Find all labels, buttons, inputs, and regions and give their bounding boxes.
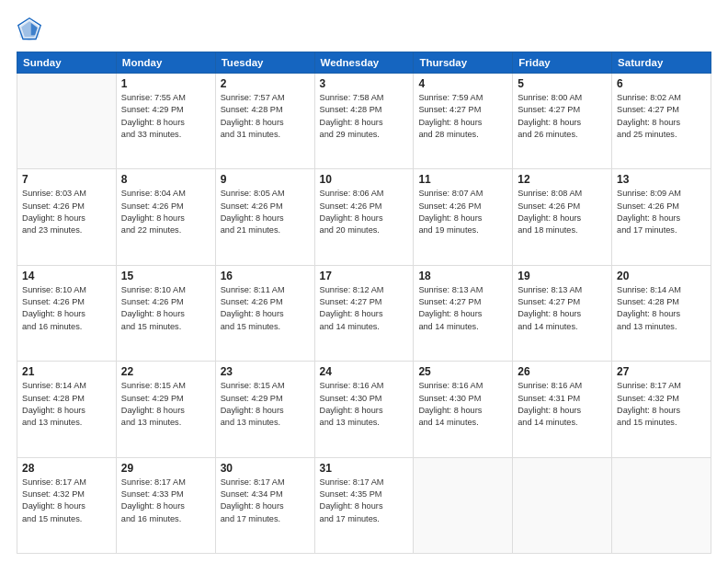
day-info: Sunrise: 8:09 AMSunset: 4:26 PMDaylight:… — [617, 188, 706, 236]
calendar-cell: 17Sunrise: 8:12 AMSunset: 4:27 PMDayligh… — [314, 265, 414, 361]
day-number: 1 — [121, 77, 210, 90]
calendar-cell: 23Sunrise: 8:15 AMSunset: 4:29 PMDayligh… — [215, 362, 314, 457]
calendar-cell — [612, 457, 711, 553]
calendar-cell: 18Sunrise: 8:13 AMSunset: 4:27 PMDayligh… — [414, 265, 513, 361]
day-info: Sunrise: 8:15 AMSunset: 4:29 PMDaylight:… — [121, 380, 210, 429]
calendar-cell: 12Sunrise: 8:08 AMSunset: 4:26 PMDayligh… — [513, 169, 612, 265]
day-number: 23 — [221, 365, 310, 378]
col-header-tuesday: Tuesday — [215, 52, 314, 74]
col-header-monday: Monday — [116, 52, 215, 74]
col-header-wednesday: Wednesday — [314, 52, 414, 74]
page: SundayMondayTuesdayWednesdayThursdayFrid… — [0, 0, 728, 563]
day-number: 30 — [221, 462, 310, 475]
day-number: 31 — [320, 462, 409, 475]
calendar-table: SundayMondayTuesdayWednesdayThursdayFrid… — [17, 52, 711, 554]
calendar-cell: 9Sunrise: 8:05 AMSunset: 4:26 PMDaylight… — [215, 169, 314, 265]
day-number: 4 — [418, 77, 507, 90]
day-info: Sunrise: 8:17 AMSunset: 4:32 PMDaylight:… — [617, 380, 706, 429]
calendar-week-4: 21Sunrise: 8:14 AMSunset: 4:28 PMDayligh… — [17, 362, 711, 457]
calendar-cell: 31Sunrise: 8:17 AMSunset: 4:35 PMDayligh… — [314, 457, 414, 553]
day-number: 7 — [22, 173, 111, 186]
day-info: Sunrise: 8:00 AMSunset: 4:27 PMDaylight:… — [518, 92, 607, 141]
header — [17, 17, 711, 42]
calendar-cell: 30Sunrise: 8:17 AMSunset: 4:34 PMDayligh… — [215, 457, 314, 553]
calendar-cell: 24Sunrise: 8:16 AMSunset: 4:30 PMDayligh… — [314, 362, 414, 457]
calendar-week-3: 14Sunrise: 8:10 AMSunset: 4:26 PMDayligh… — [17, 265, 711, 361]
day-info: Sunrise: 8:16 AMSunset: 4:31 PMDaylight:… — [518, 380, 607, 429]
day-info: Sunrise: 7:59 AMSunset: 4:27 PMDaylight:… — [418, 92, 507, 141]
day-number: 24 — [320, 365, 409, 378]
calendar-cell: 22Sunrise: 8:15 AMSunset: 4:29 PMDayligh… — [116, 362, 215, 457]
logo — [17, 17, 46, 42]
calendar-cell: 14Sunrise: 8:10 AMSunset: 4:26 PMDayligh… — [17, 265, 117, 361]
day-number: 25 — [418, 365, 507, 378]
calendar-cell: 11Sunrise: 8:07 AMSunset: 4:26 PMDayligh… — [414, 169, 513, 265]
calendar-cell: 1Sunrise: 7:55 AMSunset: 4:29 PMDaylight… — [116, 74, 215, 169]
day-number: 5 — [518, 77, 607, 90]
calendar-cell: 29Sunrise: 8:17 AMSunset: 4:33 PMDayligh… — [116, 457, 215, 553]
day-number: 20 — [617, 270, 706, 282]
day-info: Sunrise: 7:57 AMSunset: 4:28 PMDaylight:… — [221, 92, 310, 141]
day-info: Sunrise: 8:04 AMSunset: 4:26 PMDaylight:… — [121, 188, 210, 236]
day-number: 2 — [221, 77, 310, 90]
day-info: Sunrise: 8:14 AMSunset: 4:28 PMDaylight:… — [617, 284, 706, 333]
day-info: Sunrise: 8:15 AMSunset: 4:29 PMDaylight:… — [221, 380, 310, 429]
day-info: Sunrise: 8:07 AMSunset: 4:26 PMDaylight:… — [418, 188, 507, 236]
day-info: Sunrise: 8:17 AMSunset: 4:34 PMDaylight:… — [221, 477, 310, 525]
day-info: Sunrise: 7:58 AMSunset: 4:28 PMDaylight:… — [320, 92, 409, 141]
day-number: 13 — [617, 173, 706, 186]
day-number: 19 — [518, 270, 607, 282]
calendar-cell: 16Sunrise: 8:11 AMSunset: 4:26 PMDayligh… — [215, 265, 314, 361]
day-number: 14 — [22, 270, 111, 282]
day-info: Sunrise: 8:17 AMSunset: 4:35 PMDaylight:… — [320, 477, 409, 525]
calendar-cell: 13Sunrise: 8:09 AMSunset: 4:26 PMDayligh… — [612, 169, 711, 265]
calendar-cell — [414, 457, 513, 553]
calendar-cell: 26Sunrise: 8:16 AMSunset: 4:31 PMDayligh… — [513, 362, 612, 457]
calendar-cell: 8Sunrise: 8:04 AMSunset: 4:26 PMDaylight… — [116, 169, 215, 265]
calendar-cell: 20Sunrise: 8:14 AMSunset: 4:28 PMDayligh… — [612, 265, 711, 361]
calendar-cell: 5Sunrise: 8:00 AMSunset: 4:27 PMDaylight… — [513, 74, 612, 169]
day-info: Sunrise: 8:17 AMSunset: 4:33 PMDaylight:… — [121, 477, 210, 525]
day-number: 9 — [221, 173, 310, 186]
calendar-cell: 25Sunrise: 8:16 AMSunset: 4:30 PMDayligh… — [414, 362, 513, 457]
calendar-cell: 21Sunrise: 8:14 AMSunset: 4:28 PMDayligh… — [17, 362, 117, 457]
day-number: 3 — [320, 77, 409, 90]
day-info: Sunrise: 8:16 AMSunset: 4:30 PMDaylight:… — [418, 380, 507, 429]
calendar-week-1: 1Sunrise: 7:55 AMSunset: 4:29 PMDaylight… — [17, 74, 711, 169]
day-number: 16 — [221, 270, 310, 282]
day-info: Sunrise: 8:02 AMSunset: 4:27 PMDaylight:… — [617, 92, 706, 141]
day-info: Sunrise: 8:08 AMSunset: 4:26 PMDaylight:… — [518, 188, 607, 236]
day-number: 11 — [418, 173, 507, 186]
day-info: Sunrise: 8:13 AMSunset: 4:27 PMDaylight:… — [518, 284, 607, 333]
day-info: Sunrise: 8:16 AMSunset: 4:30 PMDaylight:… — [320, 380, 409, 429]
day-number: 27 — [617, 365, 706, 378]
calendar-week-5: 28Sunrise: 8:17 AMSunset: 4:32 PMDayligh… — [17, 457, 711, 553]
day-number: 29 — [121, 462, 210, 475]
calendar-cell: 7Sunrise: 8:03 AMSunset: 4:26 PMDaylight… — [17, 169, 117, 265]
day-info: Sunrise: 8:10 AMSunset: 4:26 PMDaylight:… — [22, 284, 111, 333]
day-info: Sunrise: 8:12 AMSunset: 4:27 PMDaylight:… — [320, 284, 409, 333]
day-number: 12 — [518, 173, 607, 186]
day-number: 10 — [320, 173, 409, 186]
day-number: 22 — [121, 365, 210, 378]
calendar-cell: 2Sunrise: 7:57 AMSunset: 4:28 PMDaylight… — [215, 74, 314, 169]
calendar-cell: 3Sunrise: 7:58 AMSunset: 4:28 PMDaylight… — [314, 74, 414, 169]
logo-icon — [17, 17, 42, 42]
day-info: Sunrise: 7:55 AMSunset: 4:29 PMDaylight:… — [121, 92, 210, 141]
calendar-cell — [17, 74, 117, 169]
day-info: Sunrise: 8:03 AMSunset: 4:26 PMDaylight:… — [22, 188, 111, 236]
day-number: 6 — [617, 77, 706, 90]
day-number: 17 — [320, 270, 409, 282]
day-info: Sunrise: 8:17 AMSunset: 4:32 PMDaylight:… — [22, 477, 111, 525]
col-header-saturday: Saturday — [612, 52, 711, 74]
col-header-sunday: Sunday — [17, 52, 117, 74]
calendar-cell: 4Sunrise: 7:59 AMSunset: 4:27 PMDaylight… — [414, 74, 513, 169]
day-info: Sunrise: 8:05 AMSunset: 4:26 PMDaylight:… — [221, 188, 310, 236]
day-number: 15 — [121, 270, 210, 282]
calendar-cell: 19Sunrise: 8:13 AMSunset: 4:27 PMDayligh… — [513, 265, 612, 361]
day-number: 18 — [418, 270, 507, 282]
day-info: Sunrise: 8:14 AMSunset: 4:28 PMDaylight:… — [22, 380, 111, 429]
day-number: 28 — [22, 462, 111, 475]
calendar-cell: 6Sunrise: 8:02 AMSunset: 4:27 PMDaylight… — [612, 74, 711, 169]
col-header-friday: Friday — [513, 52, 612, 74]
